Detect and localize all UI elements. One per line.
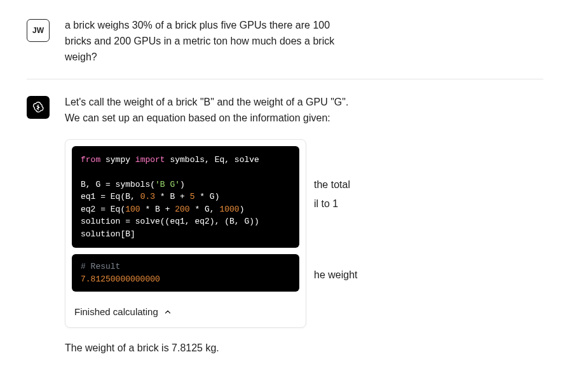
behind-text-2: il to 1 xyxy=(314,196,338,212)
user-content: a brick weighs 30% of a brick plus five … xyxy=(65,18,543,67)
status-label: Finished calculating xyxy=(74,304,158,319)
code-card: from sympy import symbols, Eq, solve B, … xyxy=(65,139,306,328)
behind-text-1: the total xyxy=(314,177,350,193)
assistant-logo-icon xyxy=(31,100,45,114)
chevron-up-icon xyxy=(163,308,172,316)
user-avatar-initials: JW xyxy=(32,26,44,35)
assistant-final: The weight of a brick is 7.8125 kg. xyxy=(65,341,543,356)
behind-text-3: he weight xyxy=(314,267,358,283)
assistant-message: Let's call the weight of a brick "B" and… xyxy=(27,79,543,370)
user-text: a brick weighs 30% of a brick plus five … xyxy=(65,18,357,65)
code-block: from sympy import symbols, Eq, solve B, … xyxy=(72,146,299,248)
user-avatar: JW xyxy=(27,19,50,42)
assistant-intro: Let's call the weight of a brick "B" and… xyxy=(65,95,357,126)
status-row[interactable]: Finished calculating xyxy=(65,298,306,327)
assistant-avatar xyxy=(27,96,50,119)
user-message: JW a brick weighs 30% of a brick plus fi… xyxy=(27,11,543,79)
assistant-content: Let's call the weight of a brick "B" and… xyxy=(65,95,543,358)
result-block: # Result 7.81250000000000 xyxy=(72,254,299,292)
